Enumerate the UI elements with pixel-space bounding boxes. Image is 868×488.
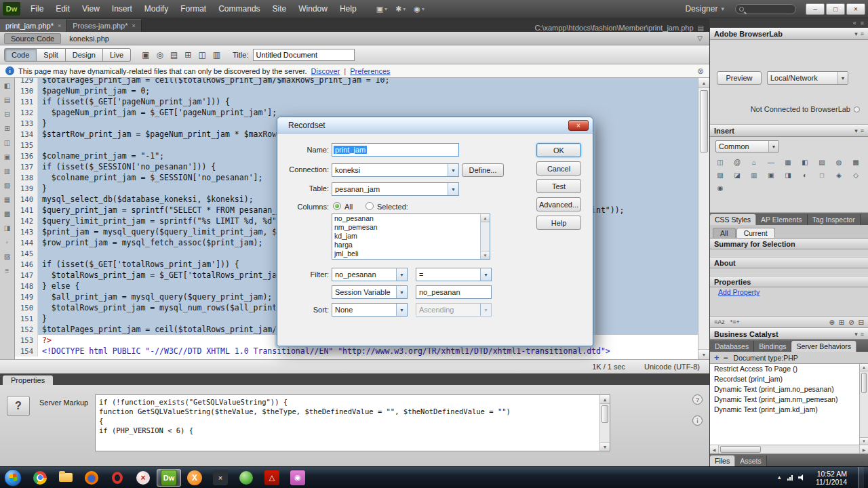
media-icon[interactable]: ◍ [833,157,845,167]
preferences-link[interactable]: Preferences [350,67,390,75]
collapse-full-tag-icon[interactable]: ⊟ [4,110,9,118]
table-select[interactable]: pesanan_jam▼ [332,182,459,196]
chevron-down-icon[interactable]: ▾ [854,30,858,37]
menu-file[interactable]: File [24,0,50,18]
dialog-close-button[interactable]: × [568,120,589,131]
named-anchor-icon[interactable]: ⌂ [748,157,760,167]
columns-all-radio[interactable] [333,202,341,210]
name-field[interactable]: print_jam [332,143,459,157]
chevron-down-icon[interactable]: ▾ [854,331,858,338]
list-item[interactable]: Dynamic Text (print_jam.kd_jam) [710,405,868,415]
table-icon[interactable]: ▦ [782,157,794,167]
menu-insert[interactable]: Insert [106,0,138,18]
tab-current[interactable]: Current [736,228,775,238]
menu-site[interactable]: Site [267,0,293,18]
dreamweaver-taskbar-icon[interactable]: Dw [157,469,181,487]
quick-tag-edit-icon[interactable]: i [692,415,703,426]
tab-all[interactable]: All [713,228,736,238]
scroll-down-icon[interactable]: ▼ [481,251,490,259]
scroll-up-icon[interactable]: ▲ [860,364,868,371]
close-button[interactable]: × [846,3,865,15]
code-line[interactable]: 131if (isset($_GET['pageNum_print_jam'])… [15,96,698,107]
editor-vertical-scrollbar[interactable]: ▲ ▼ [698,78,709,359]
define-button[interactable]: Define... [462,163,504,177]
utility-app-icon[interactable]: × [208,469,233,487]
spry-data-icon[interactable]: ◈ [833,170,845,180]
infobar-close-icon[interactable]: ⊗ [697,66,704,76]
properties-tab[interactable]: Properties [3,375,53,385]
syntax-error-alerts-icon[interactable]: ▩ [4,210,10,218]
apply-comment-icon[interactable]: ◨ [4,224,10,232]
tray-expand-icon[interactable]: ▲ [776,474,782,481]
file-status-icon[interactable]: ▤ [170,50,178,60]
expand-all-icon[interactable]: ⊞ [4,125,9,132]
open-documents-icon[interactable]: ◧ [4,82,10,89]
horizontal-rule-icon[interactable]: — [765,157,777,167]
email-link-icon[interactable]: @ [731,157,743,167]
show-desktop-button[interactable] [858,467,864,488]
dialog-titlebar[interactable]: Recordset [277,117,593,134]
scrollbar-thumb[interactable] [861,373,867,393]
server-markup-code[interactable]: if (!function_exists("GetSQLValueString"… [95,394,610,451]
related-file-koneksi[interactable]: koneksi.php [69,35,109,43]
scrollbar-thumb[interactable] [700,90,708,152]
template-icon[interactable]: ◐ [799,170,811,180]
tag-chooser-icon[interactable]: □ [816,170,828,180]
line-numbers-icon[interactable]: ▧ [4,182,10,189]
test-button[interactable]: Test [536,179,581,193]
comment-icon[interactable]: ▥ [748,170,760,180]
insert-div-icon[interactable]: ◧ [799,157,811,167]
list-item[interactable]: Dynamic Text (print_jam.no_pesanan) [710,384,868,394]
photo-editor-icon[interactable]: ◉ [285,469,310,487]
acrobat-reader-icon[interactable]: △ [260,469,284,487]
list-vertical-scrollbar[interactable]: ▲ ▼ [859,364,868,445]
preview-button[interactable]: Preview [717,71,762,85]
menu-edit[interactable]: Edit [50,0,76,18]
quick-help-icon[interactable]: ? [692,394,703,405]
highlight-invalid-icon[interactable]: ▦ [4,196,10,203]
attach-stylesheet-icon[interactable]: ⊕ [829,319,834,326]
listbox-scrollbar[interactable]: ▲ ▼ [480,214,490,259]
scroll-up-icon[interactable]: ▲ [600,395,610,404]
list-item[interactable]: Dynamic Text (print_jam.nm_pemesan) [710,394,868,405]
media-app-icon[interactable]: × [131,469,155,487]
tab-close-icon[interactable]: × [58,22,61,29]
minimize-button[interactable]: – [806,3,825,15]
taskbar-clock[interactable]: 10:52 AM 11/1/2014 [810,470,852,486]
workspace-switcher[interactable]: Designer▾ [685,4,724,14]
add-behavior-icon[interactable]: + [714,352,719,363]
scroll-down-icon[interactable]: ▼ [860,437,868,445]
live-view-button[interactable]: Live [103,48,131,62]
refresh-design-icon[interactable]: ▥ [213,50,220,60]
code-line[interactable]: 129$totalPages_print_jam = ceil($totalRo… [15,78,698,85]
wrap-tag-icon[interactable]: ▨ [4,253,10,260]
widget-icon[interactable]: ▩ [850,157,862,167]
firefox-icon[interactable] [79,469,104,487]
scroll-up-icon[interactable]: ▲ [698,78,709,88]
delete-css-rule-icon[interactable]: ⊟ [859,319,864,326]
menu-help[interactable]: Help [334,0,363,18]
scrollbar-thumb[interactable] [720,446,761,453]
scroll-right-icon[interactable]: ▶ [859,445,868,453]
tab-proses-jam[interactable]: Proses-jam.php* × [67,19,142,32]
list-item[interactable]: jml_beli [332,249,490,258]
browserlab-mode-select[interactable]: Local/Network ▼ [767,71,848,85]
start-button[interactable] [4,469,22,487]
xampp-icon[interactable]: X [182,469,207,487]
discover-link[interactable]: Discover [311,67,340,75]
panel-menu-icon[interactable]: ≡ [861,20,864,26]
list-item[interactable]: Restrict Access To Page () [710,364,868,374]
title-input[interactable] [253,49,355,61]
tab-tag-inspector[interactable]: Tag Inspector [808,214,861,225]
network-icon[interactable] [787,475,793,481]
source-code-button[interactable]: Source Code [4,33,61,44]
scrollbar-thumb[interactable] [601,405,608,423]
menu-commands[interactable]: Commands [212,0,266,18]
visual-aids-icon[interactable]: ◫ [198,50,205,60]
panel-menu-icon[interactable]: ≡ [861,127,864,134]
preview-in-browser-icon[interactable]: ◎ [156,50,163,60]
tab-files[interactable]: Files [710,455,735,466]
script-icon[interactable]: ◨ [782,170,794,180]
chevron-down-icon[interactable]: ▾ [854,127,858,134]
sort-column-select[interactable]: None▼ [332,303,408,317]
